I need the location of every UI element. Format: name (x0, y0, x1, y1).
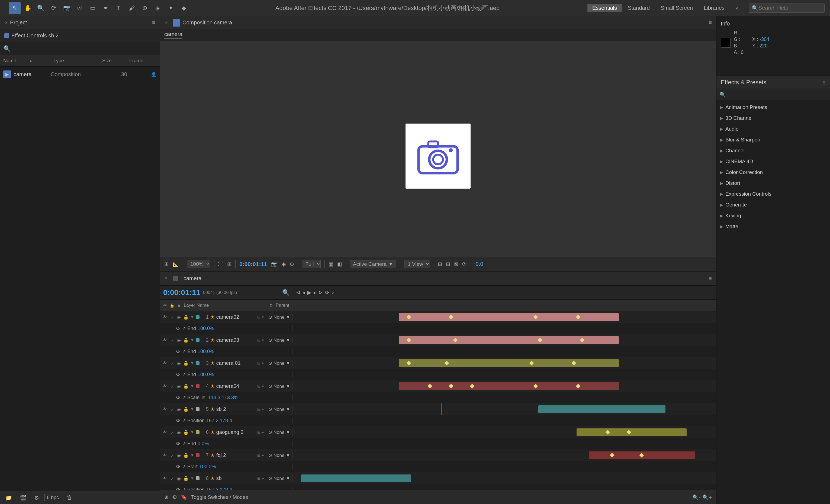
effects-search-input[interactable] (728, 92, 827, 98)
project-tab-close[interactable]: ✕ (4, 20, 8, 25)
layer-1-expand[interactable]: ▼ (190, 315, 194, 319)
time-display[interactable]: 0:00:01:11 (163, 288, 200, 297)
new-folder-btn[interactable]: 📁 (3, 494, 14, 502)
layer-1-solo[interactable]: ◉ (176, 314, 182, 320)
viewer-circle-btn[interactable]: ⊙ (290, 261, 294, 267)
layer-6-audio[interactable]: ♪ (169, 430, 174, 435)
layer-2-solo[interactable]: ◉ (176, 338, 182, 343)
tl-add-marker-btn[interactable]: 🔖 (181, 494, 187, 500)
layer-8-audio[interactable]: ♪ (169, 476, 174, 481)
layer-2-expand[interactable]: ▼ (190, 338, 194, 342)
effect-channel[interactable]: ▶ Channel (716, 145, 830, 156)
effects-menu-btn[interactable]: ≡ (822, 79, 826, 86)
layer-3-audio[interactable]: ♪ (169, 361, 174, 366)
viewer-rotate-btn[interactable]: ⟳ (462, 261, 467, 267)
layer-8-solo[interactable]: ◉ (176, 476, 182, 481)
effect-distort[interactable]: ▶ Distort (716, 178, 830, 189)
tl-next-frame[interactable]: ▸ (314, 290, 316, 296)
tl-layer-row-6[interactable]: 👁 ♪ ◉ 🔒 ▼ 6 ★ gaoguang 2 ⊞ ✒ (160, 426, 716, 438)
layer-6-expand[interactable]: ▼ (190, 430, 194, 434)
hand-tool[interactable]: ✋ (22, 2, 34, 14)
new-comp-btn[interactable]: 🎬 (18, 494, 29, 502)
eraser-tool[interactable]: ◈ (152, 2, 164, 14)
layer-3-lock[interactable]: 🔒 (183, 361, 189, 366)
pen-tool[interactable]: ✒ (100, 2, 112, 14)
layer-4-vis[interactable]: 👁 (162, 384, 167, 389)
project-item-camera[interactable]: ▶ camera Composition 30 👤 (0, 68, 160, 80)
layer-7-audio[interactable]: ♪ (169, 453, 174, 458)
workspace-standard[interactable]: Standard (623, 4, 655, 12)
layer-6-solo[interactable]: ◉ (176, 430, 182, 435)
workspace-small-screen[interactable]: Small Screen (656, 4, 698, 12)
layer-3-solo[interactable]: ◉ (176, 361, 182, 366)
tl-zoom-out[interactable]: 🔍- (692, 494, 700, 501)
select-tool[interactable]: ↖ (9, 2, 21, 14)
viewer-color-btn[interactable]: ◉ (281, 261, 286, 267)
effect-controls-tab[interactable]: Effect Controls sb 2 (0, 29, 160, 42)
layer-1-vis[interactable]: 👁 (162, 314, 167, 320)
tl-close[interactable]: ✕ (164, 276, 168, 281)
effect-generate[interactable]: ▶ Generate (716, 199, 830, 210)
tl-new-comp-btn[interactable]: ⊕ (164, 494, 169, 500)
effect-audio[interactable]: ▶ Audio (716, 124, 830, 134)
brush-tool[interactable]: 🖌 (126, 2, 138, 14)
effect-color-correction[interactable]: ▶ Color Correction (716, 167, 830, 178)
layer-5-audio[interactable]: ♪ (169, 407, 174, 412)
workspace-more[interactable]: » (731, 4, 743, 12)
tl-layer-row-5[interactable]: 👁 ♪ ◉ 🔒 ▼ 5 ★ sb 2 ⊞ ✒ (160, 403, 716, 415)
trash-btn[interactable]: 🗑 (65, 494, 74, 502)
quality-select[interactable]: Full (302, 260, 321, 268)
layer-7-solo[interactable]: ◉ (176, 453, 182, 458)
effects-search[interactable]: 🔍 (716, 89, 830, 100)
comp-tab-menu[interactable]: ≡ (708, 20, 712, 26)
pin-tool[interactable]: ◆ (178, 2, 190, 14)
comp-tab[interactable]: Composition camera (173, 19, 232, 27)
layer-5-vis[interactable]: 👁 (162, 407, 167, 412)
tl-next-key[interactable]: ⊳ (319, 290, 323, 296)
layer-1-audio[interactable]: ♪ (169, 314, 174, 320)
layer-3-expand[interactable]: ▼ (190, 361, 194, 365)
project-menu[interactable]: ≡ (152, 20, 155, 26)
layer-2-vis[interactable]: 👁 (162, 338, 167, 342)
tl-layer-row-1[interactable]: 👁 ♪ ◉ 🔒 ▼ 1 ★ camera02 ⊞ ✒ (160, 311, 716, 323)
effect-expression-controls[interactable]: ▶ Expression Controls (716, 189, 830, 199)
active-camera-selector[interactable]: Active Camera ▼ (350, 260, 396, 268)
layer-7-expand[interactable]: ▼ (190, 453, 194, 458)
tl-layer-row-4[interactable]: 👁 ♪ ◉ 🔒 ▼ 4 ★ camera04 ⊞ ✒ (160, 380, 716, 392)
camera-tool[interactable]: 📷 (61, 2, 73, 14)
effect-matte[interactable]: ▶ Matte (716, 221, 830, 232)
effect-cinema4d[interactable]: ▶ CINEMA 4D (716, 156, 830, 167)
tl-loop[interactable]: ⟳ (325, 290, 329, 296)
puppet-tool[interactable]: ✦ (165, 2, 177, 14)
clone-tool[interactable]: ⊕ (139, 2, 151, 14)
project-search-bar[interactable]: 🔍 (0, 42, 160, 55)
viewer-render-btn[interactable]: ▦ (328, 261, 333, 267)
viewer-snap-btn[interactable]: ⊞ (227, 261, 231, 267)
tl-layer-row-2[interactable]: 👁 ♪ ◉ 🔒 ▼ 2 ★ camera03 ⊞ ✒ (160, 334, 716, 346)
workspace-essentials[interactable]: Essentials (587, 4, 622, 12)
effect-keying[interactable]: ▶ Keying (716, 210, 830, 221)
layer-4-solo[interactable]: ◉ (176, 384, 182, 389)
viewer-ruler-btn[interactable]: 📐 (172, 261, 179, 267)
layer-8-expand[interactable]: ▼ (190, 476, 194, 480)
layer-6-vis[interactable]: 👁 (162, 430, 167, 435)
tl-menu[interactable]: ≡ (708, 275, 712, 281)
rotation-tool[interactable]: ⟳ (48, 2, 60, 14)
layer-5-lock[interactable]: 🔒 (183, 407, 189, 412)
layer-4-audio[interactable]: ♪ (169, 384, 174, 389)
zoom-tool[interactable]: 🔍 (35, 2, 46, 14)
views-select[interactable]: 1 View (404, 260, 430, 268)
layer-5-solo[interactable]: ◉ (176, 407, 182, 412)
layer-5-expand[interactable]: ▼ (190, 407, 194, 411)
layer-6-lock[interactable]: 🔒 (183, 430, 189, 435)
zoom-select[interactable]: 100% (187, 260, 210, 268)
tl-layer-row-7[interactable]: 👁 ♪ ◉ 🔒 ▼ 7 ★ fdj 2 ⊞ ✒ (160, 449, 716, 461)
viewer-fit-btn[interactable]: ⛶ (218, 261, 223, 267)
search-input[interactable] (759, 5, 818, 11)
viewer-grid-btn[interactable]: ⊞ (438, 261, 442, 267)
tl-settings-btn[interactable]: ⚙ (172, 494, 177, 500)
effect-animation-presets[interactable]: ▶ Animation Presets (716, 102, 830, 113)
pan-tool[interactable]: ☉ (74, 2, 86, 14)
layer-7-vis[interactable]: 👁 (162, 453, 167, 458)
tl-layer-row-3[interactable]: 👁 ♪ ◉ 🔒 ▼ 3 ★ camera 01 ⊞ ✒ (160, 357, 716, 369)
